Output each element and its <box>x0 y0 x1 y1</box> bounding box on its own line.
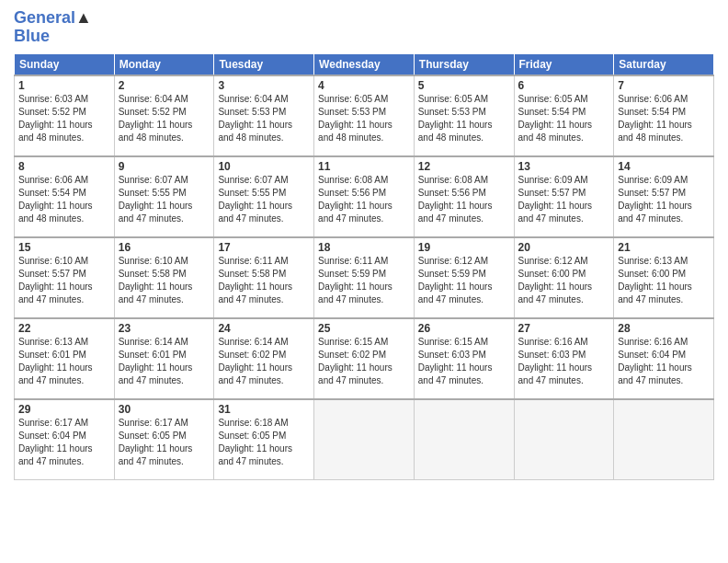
day-number: 9 <box>119 160 210 173</box>
calendar-cell: 29 Sunrise: 6:17 AM Sunset: 6:04 PM Dayl… <box>15 399 115 480</box>
day-number: 21 <box>618 241 710 254</box>
day-info: Sunrise: 6:12 AM Sunset: 6:00 PM Dayligh… <box>518 255 610 306</box>
calendar-cell: 20 Sunrise: 6:12 AM Sunset: 6:00 PM Dayl… <box>514 237 614 318</box>
day-info: Sunrise: 6:09 AM Sunset: 5:57 PM Dayligh… <box>518 174 610 225</box>
day-number: 29 <box>18 403 110 416</box>
calendar-cell: 26 Sunrise: 6:15 AM Sunset: 6:03 PM Dayl… <box>414 318 514 399</box>
day-number: 12 <box>418 160 510 173</box>
page: General▲ Blue SundayMondayTuesdayWednesd… <box>0 0 728 563</box>
calendar-cell: 7 Sunrise: 6:06 AM Sunset: 5:54 PM Dayli… <box>614 75 714 156</box>
day-info: Sunrise: 6:16 AM Sunset: 6:03 PM Dayligh… <box>518 336 610 387</box>
day-info: Sunrise: 6:15 AM Sunset: 6:02 PM Dayligh… <box>318 336 410 387</box>
day-info: Sunrise: 6:09 AM Sunset: 5:57 PM Dayligh… <box>618 174 710 225</box>
day-number: 24 <box>218 322 310 335</box>
day-number: 17 <box>218 241 310 254</box>
day-number: 25 <box>318 322 410 335</box>
calendar-cell: 9 Sunrise: 6:07 AM Sunset: 5:55 PM Dayli… <box>114 156 214 237</box>
day-info: Sunrise: 6:16 AM Sunset: 6:04 PM Dayligh… <box>618 336 710 387</box>
day-info: Sunrise: 6:08 AM Sunset: 5:56 PM Dayligh… <box>318 174 410 225</box>
day-number: 1 <box>18 79 110 92</box>
calendar-cell: 5 Sunrise: 6:05 AM Sunset: 5:53 PM Dayli… <box>414 75 514 156</box>
day-number: 20 <box>518 241 610 254</box>
day-info: Sunrise: 6:07 AM Sunset: 5:55 PM Dayligh… <box>119 174 210 225</box>
calendar-cell: 12 Sunrise: 6:08 AM Sunset: 5:56 PM Dayl… <box>414 156 514 237</box>
calendar-cell <box>414 399 514 480</box>
calendar-cell: 31 Sunrise: 6:18 AM Sunset: 6:05 PM Dayl… <box>214 399 314 480</box>
calendar-cell: 13 Sunrise: 6:09 AM Sunset: 5:57 PM Dayl… <box>514 156 614 237</box>
day-info: Sunrise: 6:06 AM Sunset: 5:54 PM Dayligh… <box>18 174 110 225</box>
day-info: Sunrise: 6:14 AM Sunset: 6:01 PM Dayligh… <box>119 336 210 387</box>
day-info: Sunrise: 6:17 AM Sunset: 6:05 PM Dayligh… <box>119 417 210 468</box>
calendar-cell: 14 Sunrise: 6:09 AM Sunset: 5:57 PM Dayl… <box>614 156 714 237</box>
day-info: Sunrise: 6:03 AM Sunset: 5:52 PM Dayligh… <box>18 93 110 144</box>
day-info: Sunrise: 6:14 AM Sunset: 6:02 PM Dayligh… <box>218 336 310 387</box>
day-info: Sunrise: 6:17 AM Sunset: 6:04 PM Dayligh… <box>18 417 110 468</box>
day-number: 14 <box>618 160 710 173</box>
calendar-cell: 24 Sunrise: 6:14 AM Sunset: 6:02 PM Dayl… <box>214 318 314 399</box>
calendar-cell <box>514 399 614 480</box>
day-info: Sunrise: 6:05 AM Sunset: 5:54 PM Dayligh… <box>518 93 610 144</box>
calendar-cell: 21 Sunrise: 6:13 AM Sunset: 6:00 PM Dayl… <box>614 237 714 318</box>
calendar-cell: 2 Sunrise: 6:04 AM Sunset: 5:52 PM Dayli… <box>114 75 214 156</box>
day-info: Sunrise: 6:12 AM Sunset: 5:59 PM Dayligh… <box>418 255 510 306</box>
day-number: 15 <box>18 241 110 254</box>
logo-blue: Blue <box>14 28 92 46</box>
day-info: Sunrise: 6:13 AM Sunset: 6:01 PM Dayligh… <box>18 336 110 387</box>
day-number: 4 <box>318 79 410 92</box>
day-number: 30 <box>119 403 210 416</box>
day-number: 2 <box>119 79 210 92</box>
day-number: 10 <box>218 160 310 173</box>
calendar-cell: 4 Sunrise: 6:05 AM Sunset: 5:53 PM Dayli… <box>314 75 415 156</box>
col-header-monday: Monday <box>114 53 214 75</box>
day-info: Sunrise: 6:15 AM Sunset: 6:03 PM Dayligh… <box>418 336 510 387</box>
col-header-tuesday: Tuesday <box>214 53 314 75</box>
calendar-cell <box>614 399 714 480</box>
week-row-3: 15 Sunrise: 6:10 AM Sunset: 5:57 PM Dayl… <box>15 237 714 318</box>
day-info: Sunrise: 6:11 AM Sunset: 5:58 PM Dayligh… <box>218 255 310 306</box>
day-number: 27 <box>518 322 610 335</box>
day-number: 8 <box>18 160 110 173</box>
day-info: Sunrise: 6:11 AM Sunset: 5:59 PM Dayligh… <box>318 255 410 306</box>
day-number: 11 <box>318 160 410 173</box>
day-info: Sunrise: 6:13 AM Sunset: 6:00 PM Dayligh… <box>618 255 710 306</box>
day-number: 26 <box>418 322 510 335</box>
logo: General▲ Blue <box>14 9 92 46</box>
col-header-wednesday: Wednesday <box>314 53 415 75</box>
day-number: 31 <box>218 403 310 416</box>
calendar-cell: 6 Sunrise: 6:05 AM Sunset: 5:54 PM Dayli… <box>514 75 614 156</box>
week-row-4: 22 Sunrise: 6:13 AM Sunset: 6:01 PM Dayl… <box>15 318 714 399</box>
day-number: 23 <box>119 322 210 335</box>
calendar-cell: 15 Sunrise: 6:10 AM Sunset: 5:57 PM Dayl… <box>15 237 115 318</box>
day-info: Sunrise: 6:18 AM Sunset: 6:05 PM Dayligh… <box>218 417 310 468</box>
col-header-friday: Friday <box>514 53 614 75</box>
day-info: Sunrise: 6:04 AM Sunset: 5:53 PM Dayligh… <box>218 93 310 144</box>
calendar-cell: 11 Sunrise: 6:08 AM Sunset: 5:56 PM Dayl… <box>314 156 415 237</box>
calendar-cell: 23 Sunrise: 6:14 AM Sunset: 6:01 PM Dayl… <box>114 318 214 399</box>
calendar-cell: 1 Sunrise: 6:03 AM Sunset: 5:52 PM Dayli… <box>15 75 115 156</box>
day-info: Sunrise: 6:10 AM Sunset: 5:57 PM Dayligh… <box>18 255 110 306</box>
calendar-cell: 19 Sunrise: 6:12 AM Sunset: 5:59 PM Dayl… <box>414 237 514 318</box>
day-info: Sunrise: 6:07 AM Sunset: 5:55 PM Dayligh… <box>218 174 310 225</box>
day-number: 28 <box>618 322 710 335</box>
col-header-thursday: Thursday <box>414 53 514 75</box>
day-number: 18 <box>318 241 410 254</box>
col-header-saturday: Saturday <box>614 53 714 75</box>
day-info: Sunrise: 6:06 AM Sunset: 5:54 PM Dayligh… <box>618 93 710 144</box>
calendar-cell: 16 Sunrise: 6:10 AM Sunset: 5:58 PM Dayl… <box>114 237 214 318</box>
day-number: 22 <box>18 322 110 335</box>
header: General▲ Blue <box>14 9 714 46</box>
day-info: Sunrise: 6:04 AM Sunset: 5:52 PM Dayligh… <box>119 93 210 144</box>
col-header-sunday: Sunday <box>15 53 115 75</box>
week-row-2: 8 Sunrise: 6:06 AM Sunset: 5:54 PM Dayli… <box>15 156 714 237</box>
day-number: 19 <box>418 241 510 254</box>
calendar-cell <box>314 399 415 480</box>
day-number: 16 <box>119 241 210 254</box>
calendar-cell: 27 Sunrise: 6:16 AM Sunset: 6:03 PM Dayl… <box>514 318 614 399</box>
day-number: 13 <box>518 160 610 173</box>
day-number: 5 <box>418 79 510 92</box>
calendar-cell: 8 Sunrise: 6:06 AM Sunset: 5:54 PM Dayli… <box>15 156 115 237</box>
calendar-cell: 22 Sunrise: 6:13 AM Sunset: 6:01 PM Dayl… <box>15 318 115 399</box>
calendar-cell: 17 Sunrise: 6:11 AM Sunset: 5:58 PM Dayl… <box>214 237 314 318</box>
day-info: Sunrise: 6:05 AM Sunset: 5:53 PM Dayligh… <box>418 93 510 144</box>
logo-general: General <box>14 8 75 27</box>
